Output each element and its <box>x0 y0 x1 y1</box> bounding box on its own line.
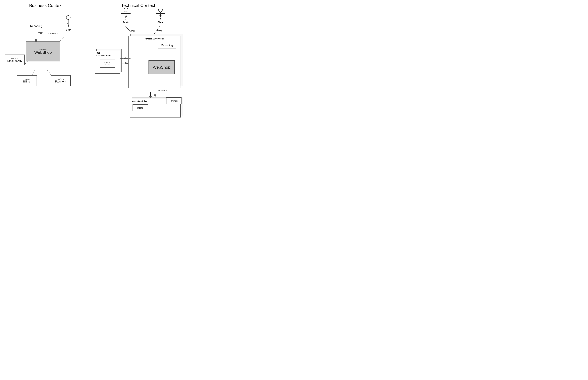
client-label: Client <box>158 21 164 23</box>
admin-figure: Admin <box>121 8 130 23</box>
tech-reporting-box: Reporting <box>158 42 176 49</box>
reporting-box: Reporting <box>24 23 48 32</box>
reporting-label: Reporting <box>26 25 46 28</box>
client-legs <box>159 15 162 20</box>
co2-title: CO2Communications <box>95 51 120 57</box>
tech-webshop-box: WebShop <box>148 60 175 74</box>
ssh-label: SSH <box>130 30 135 32</box>
technical-context-title: Technical Context <box>95 3 181 8</box>
svg-line-3 <box>38 33 64 34</box>
client-arms <box>156 13 165 14</box>
aws-title: Amazon-AWS Cloud <box>129 37 180 41</box>
admin-label: Admin <box>123 21 129 23</box>
acc-billing-label: Billing <box>137 107 143 109</box>
aws-accounting-arrow <box>154 88 157 97</box>
co2-emailsms-label: Email-/SMS <box>104 61 110 66</box>
emailsms-label: Email-/SMS <box>7 59 22 62</box>
payment-box: «extern» Payment <box>51 75 71 86</box>
user-arms <box>64 21 73 21</box>
tech-webshop-label: WebShop <box>153 65 170 70</box>
payment-label: Payment <box>55 80 66 83</box>
admin-head <box>124 8 128 12</box>
emailsms-box: «extern» Email-/SMS <box>5 55 25 65</box>
co2-box-front: CO2Communications Email-/SMS <box>95 51 120 74</box>
https-label: HTTPS <box>156 30 163 32</box>
accounting-box-front: Accounting Office Billing Payment <box>130 99 181 117</box>
co2-emailsms-box: Email-/SMS <box>100 59 115 68</box>
user-head <box>66 15 71 20</box>
acc-payment-label: Payment <box>170 100 178 102</box>
tech-reporting-label: Reporting <box>161 44 173 47</box>
webshop-stereotype: «system» <box>39 48 47 50</box>
business-context-title: Business Context <box>3 3 89 8</box>
admin-arms <box>121 13 130 14</box>
left-panel: Business Context <box>0 0 92 119</box>
acc-payment-box: Payment <box>166 97 182 104</box>
user-label: User <box>66 29 71 31</box>
acc-billing-box: Billing <box>132 104 148 111</box>
client-figure: Client <box>156 8 165 23</box>
webshop-box: «system» WebShop <box>26 41 60 61</box>
webshop-label: WebShop <box>34 50 52 55</box>
user-figure: User <box>64 15 73 31</box>
user-legs <box>67 23 69 27</box>
admin-legs <box>125 15 127 20</box>
billing-box: «extern» Billing <box>17 75 37 86</box>
main-container: Business Context <box>0 0 184 119</box>
billing-stereotype: «extern» <box>24 78 30 80</box>
billing-label: Billing <box>23 80 31 83</box>
client-head <box>158 8 163 12</box>
emailsms-stereotype: «extern» <box>11 57 18 59</box>
aws-box-front: Amazon-AWS Cloud Reporting WebShop <box>128 36 181 88</box>
payment-stereotype: «extern» <box>57 78 64 80</box>
co2-aws-arrow <box>120 57 129 60</box>
right-panel: Technical Context <box>92 0 184 119</box>
